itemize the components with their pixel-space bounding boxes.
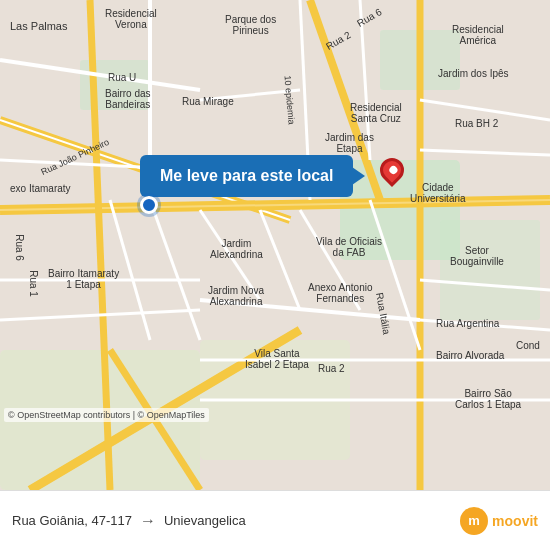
bottom-bar: Rua Goiânia, 47-117 → Unievangelica m mo… [0, 490, 550, 550]
moovit-logo: m moovit [460, 507, 538, 535]
svg-rect-6 [440, 220, 540, 320]
route-from: Rua Goiânia, 47-117 [12, 513, 132, 528]
navigate-tooltip[interactable]: Me leve para este local [140, 155, 353, 197]
map-container: Las Palmas ResidencialVerona Parque dosP… [0, 0, 550, 490]
destination-pin [380, 158, 404, 182]
current-location-dot [140, 196, 158, 214]
route-to: Unievangelica [164, 513, 246, 528]
map-attribution: © OpenStreetMap contributors | © OpenMap… [4, 408, 209, 422]
moovit-icon: m [460, 507, 488, 535]
route-arrow: → [140, 512, 156, 530]
moovit-text: moovit [492, 513, 538, 529]
